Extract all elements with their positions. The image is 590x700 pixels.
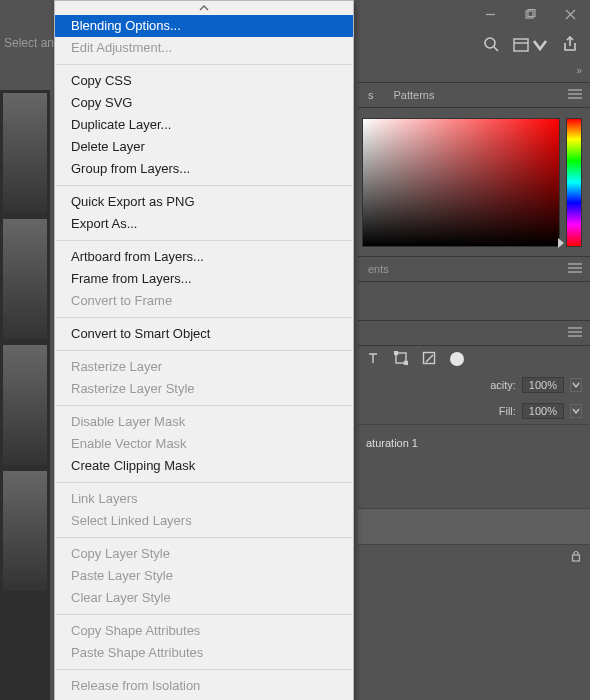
menu-item-copy-shape-attributes: Copy Shape Attributes — [55, 620, 353, 642]
history-thumbnails — [0, 90, 50, 700]
menu-item-artboard-from-layers[interactable]: Artboard from Layers... — [55, 246, 353, 268]
menu-item-convert-to-smart-object[interactable]: Convert to Smart Object — [55, 323, 353, 345]
opacity-label-fragment: acity: — [490, 379, 516, 391]
fill-value[interactable]: 100% — [522, 403, 564, 419]
filter-type-shape-icon[interactable] — [394, 351, 408, 368]
svg-point-5 — [485, 38, 495, 48]
menu-scroll-up-icon[interactable] — [55, 1, 353, 15]
layer-name-fragment: aturation 1 — [366, 437, 418, 449]
svg-rect-20 — [405, 361, 408, 364]
menu-separator — [56, 317, 352, 318]
window-minimize-button[interactable] — [470, 0, 510, 28]
menu-item-disable-layer-mask: Disable Layer Mask — [55, 411, 353, 433]
hue-slider[interactable] — [566, 118, 582, 247]
menu-item-select-linked-layers: Select Linked Layers — [55, 510, 353, 532]
tab-patterns[interactable]: Patterns — [384, 83, 445, 107]
menu-separator — [56, 614, 352, 615]
menu-item-export-as[interactable]: Export As... — [55, 213, 353, 235]
menu-item-release-from-isolation: Release from Isolation — [55, 675, 353, 697]
menu-item-create-clipping-mask[interactable]: Create Clipping Mask — [55, 455, 353, 477]
menu-item-delete-layer[interactable]: Delete Layer — [55, 136, 353, 158]
panel-overflow-chevron-icon[interactable]: » — [576, 65, 582, 76]
layers-panel: acity: 100% Fill: 100% aturation 1 — [358, 320, 590, 570]
menu-item-link-layers: Link Layers — [55, 488, 353, 510]
panel-menu-icon[interactable] — [560, 89, 590, 101]
layer-context-menu: Blending Options...Edit Adjustment...Cop… — [54, 0, 354, 700]
thumbnail — [3, 219, 47, 339]
svg-line-6 — [494, 47, 498, 51]
thumbnail — [3, 93, 47, 213]
menu-item-copy-svg[interactable]: Copy SVG — [55, 92, 353, 114]
menu-item-rasterize-layer-style: Rasterize Layer Style — [55, 378, 353, 400]
menu-item-enable-vector-mask: Enable Vector Mask — [55, 433, 353, 455]
svg-rect-21 — [424, 352, 435, 363]
tab-fragment[interactable]: ents — [358, 257, 399, 281]
panel-menu-icon[interactable] — [560, 327, 590, 339]
svg-rect-22 — [573, 555, 580, 561]
menu-item-copy-css[interactable]: Copy CSS — [55, 70, 353, 92]
panel-menu-icon[interactable] — [560, 263, 590, 275]
menu-item-quick-export-as-png[interactable]: Quick Export as PNG — [55, 191, 353, 213]
menu-item-rasterize-layer: Rasterize Layer — [55, 356, 353, 378]
svg-rect-7 — [514, 39, 528, 51]
menu-item-copy-layer-style: Copy Layer Style — [55, 543, 353, 565]
menu-separator — [56, 537, 352, 538]
menu-separator — [56, 482, 352, 483]
menu-item-group-from-layers[interactable]: Group from Layers... — [55, 158, 353, 180]
color-panel: s Patterns — [358, 82, 590, 258]
menu-item-paste-layer-style: Paste Layer Style — [55, 565, 353, 587]
menu-separator — [56, 185, 352, 186]
filter-type-dot-icon[interactable] — [450, 352, 464, 366]
menu-item-frame-from-layers[interactable]: Frame from Layers... — [55, 268, 353, 290]
lock-icon[interactable] — [570, 550, 582, 565]
menu-item-convert-to-frame: Convert to Frame — [55, 290, 353, 312]
layer-row[interactable] — [358, 508, 590, 544]
workspace-switcher-icon[interactable] — [513, 37, 548, 53]
menu-item-paste-shape-attributes: Paste Shape Attributes — [55, 642, 353, 664]
color-field[interactable] — [362, 118, 560, 247]
search-icon[interactable] — [483, 36, 499, 55]
share-icon[interactable] — [562, 36, 578, 55]
menu-separator — [56, 405, 352, 406]
menu-separator — [56, 240, 352, 241]
fill-dropdown-icon[interactable] — [570, 404, 582, 418]
menu-item-blending-options[interactable]: Blending Options... — [55, 15, 353, 37]
window-maximize-button[interactable] — [510, 0, 550, 28]
opacity-value[interactable]: 100% — [522, 377, 564, 393]
menu-separator — [56, 64, 352, 65]
thumbnail — [3, 345, 47, 465]
menu-separator — [56, 350, 352, 351]
menu-separator — [56, 669, 352, 670]
adjustments-panel: ents — [358, 256, 590, 320]
window-close-button[interactable] — [550, 0, 590, 28]
thumbnail — [3, 471, 47, 591]
menu-item-clear-layer-style: Clear Layer Style — [55, 587, 353, 609]
layer-lock-row — [358, 544, 590, 570]
filter-type-smart-icon[interactable] — [422, 351, 436, 368]
fill-label: Fill: — [499, 405, 516, 417]
filter-type-text-icon[interactable] — [366, 351, 380, 368]
opacity-dropdown-icon[interactable] — [570, 378, 582, 392]
menu-item-duplicate-layer[interactable]: Duplicate Layer... — [55, 114, 353, 136]
svg-rect-19 — [395, 351, 398, 354]
tab-fragment[interactable]: s — [358, 83, 384, 107]
layer-row[interactable]: aturation 1 — [358, 424, 590, 460]
menu-item-edit-adjustment: Edit Adjustment... — [55, 37, 353, 59]
